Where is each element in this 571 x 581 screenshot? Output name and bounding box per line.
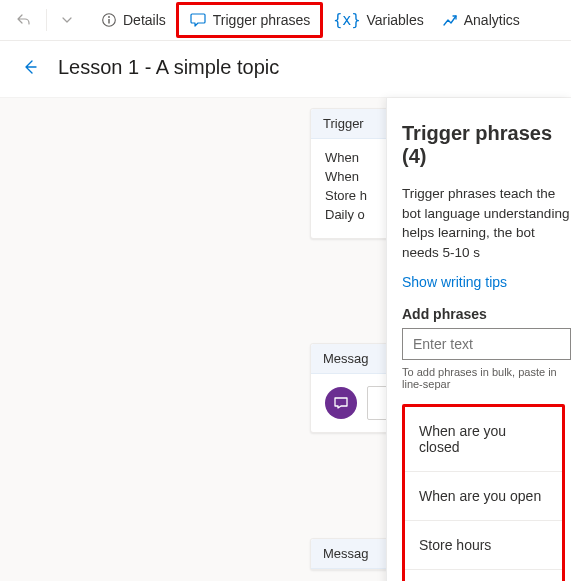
top-toolbar: Details Trigger phrases {x} Variables An… <box>0 0 571 41</box>
analytics-icon <box>442 12 458 28</box>
analytics-button[interactable]: Analytics <box>434 4 528 36</box>
phrase-list-highlight: When are you closed When are you open St… <box>402 404 565 581</box>
panel-description: Trigger phrases teach the bot language u… <box>402 184 571 262</box>
undo-button[interactable] <box>8 4 40 36</box>
svg-point-1 <box>108 16 110 18</box>
writing-tips-link[interactable]: Show writing tips <box>402 274 507 290</box>
trigger-phrases-button[interactable]: Trigger phrases <box>181 4 319 36</box>
phrase-item[interactable]: When are you closed <box>405 407 562 472</box>
variables-icon: {x} <box>333 11 360 29</box>
phrase-item[interactable]: Daily open hours <box>405 570 562 581</box>
dropdown-button[interactable] <box>53 4 81 36</box>
info-icon <box>101 12 117 28</box>
back-button[interactable] <box>18 55 42 79</box>
undo-icon <box>16 12 32 28</box>
trigger-phrases-panel: Trigger phrases (4) Trigger phrases teac… <box>386 98 571 581</box>
details-button[interactable]: Details <box>93 4 174 36</box>
variables-label: Variables <box>366 12 423 28</box>
analytics-label: Analytics <box>464 12 520 28</box>
phrase-item[interactable]: When are you open <box>405 472 562 521</box>
canvas-area: Trigger When When Store h Daily o Messag… <box>0 97 571 581</box>
chat-icon <box>189 11 207 29</box>
phrase-item[interactable]: Store hours <box>405 521 562 570</box>
add-phrases-label: Add phrases <box>402 306 571 322</box>
toolbar-separator <box>46 9 47 31</box>
panel-title: Trigger phrases (4) <box>402 122 571 168</box>
variables-button[interactable]: {x} Variables <box>325 4 431 36</box>
svg-rect-2 <box>108 19 109 24</box>
message-icon <box>325 387 357 419</box>
page-title: Lesson 1 - A simple topic <box>58 56 279 79</box>
add-phrase-hint: To add phrases in bulk, paste in line-se… <box>402 366 571 390</box>
details-label: Details <box>123 12 166 28</box>
chevron-down-icon <box>61 14 73 26</box>
title-row: Lesson 1 - A simple topic <box>0 41 571 97</box>
add-phrase-input[interactable] <box>402 328 571 360</box>
trigger-phrases-highlight: Trigger phrases <box>176 2 324 38</box>
arrow-left-icon <box>21 58 39 76</box>
trigger-phrases-label: Trigger phrases <box>213 12 311 28</box>
